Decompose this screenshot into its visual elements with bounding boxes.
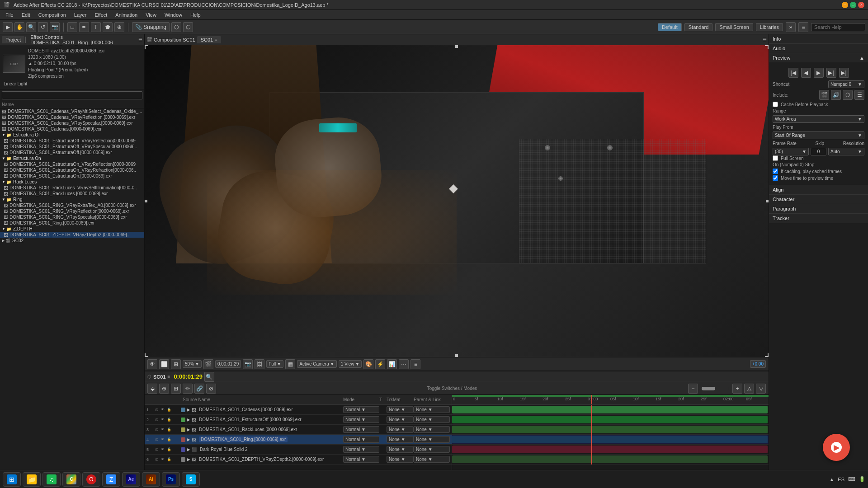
last-frame-button[interactable]: ▶| xyxy=(839,68,849,78)
tool-rotate[interactable]: ↺ xyxy=(38,22,48,32)
section-character-header[interactable]: Character xyxy=(769,195,868,204)
list-item[interactable]: 🖼 DOMESTIKA_SC01_RackLuces_VRaySelfIllum… xyxy=(0,185,144,191)
tool-extra1[interactable]: ⬡ xyxy=(171,22,181,32)
layer-lock[interactable]: 🔒 xyxy=(166,437,172,442)
menu-view[interactable]: View xyxy=(142,11,160,19)
cache-play-checkbox[interactable] xyxy=(773,169,778,174)
include-overdrive[interactable]: ⬡ xyxy=(843,90,853,100)
trkmat-dropdown[interactable]: None ▼ xyxy=(387,456,414,463)
trkmat-dropdown[interactable]: None ▼ xyxy=(387,436,414,443)
timeline-expand[interactable]: ⬡ xyxy=(147,374,151,379)
tool-hand[interactable]: ✋ xyxy=(14,22,24,32)
parent-dropdown[interactable]: None ▼ xyxy=(414,416,450,423)
mode-dropdown[interactable]: Normal ▼ xyxy=(343,416,379,423)
list-item[interactable]: 🖼 DOMESTIKA_SC01_RING_VRayExtraTex_A0.[0… xyxy=(0,202,144,208)
layer-lock[interactable]: 🔒 xyxy=(166,447,172,452)
vp-flow[interactable]: ⋯ xyxy=(399,359,409,369)
vp-grid[interactable]: ⊞ xyxy=(171,359,181,369)
mode-dropdown[interactable]: Normal ▼ xyxy=(343,456,379,463)
tool-puppet[interactable]: ⊕ xyxy=(114,22,124,32)
cache-before-checkbox[interactable] xyxy=(773,102,778,107)
workspace-small-screen[interactable]: Small Screen xyxy=(715,23,753,31)
vp-chart[interactable]: 📊 xyxy=(387,359,397,369)
move-time-checkbox[interactable] xyxy=(773,175,778,181)
tool-text[interactable]: T xyxy=(91,22,101,32)
tl-tool-2[interactable]: ⊕ xyxy=(159,384,169,394)
include-more[interactable]: ☰ xyxy=(854,90,864,100)
layer-triangle[interactable]: ▶ xyxy=(187,457,190,462)
list-item-folder[interactable]: ▼ 📁 Ring xyxy=(0,197,144,202)
list-item[interactable]: 🖼 DOMESTIKA_SC01_RackLuces.[0000-0069].e… xyxy=(0,191,144,197)
zoom-button[interactable]: Z xyxy=(102,472,120,487)
timeline-comp-menu[interactable]: ≡ xyxy=(168,374,170,379)
tab-project[interactable]: Project xyxy=(2,36,24,43)
list-item[interactable]: 🖼 DOMESTIKA_SC01_Cadenas_VRayMtlSelect_C… xyxy=(0,108,144,114)
parent-dropdown[interactable]: None ▼ xyxy=(414,426,450,433)
list-item-comp[interactable]: ▶ 🎬 SC02 xyxy=(0,238,144,244)
panel-menu[interactable]: ☰ xyxy=(138,37,142,42)
file-explorer-button[interactable]: 📁 xyxy=(23,472,41,487)
tool-camera[interactable]: 📷 xyxy=(50,22,60,32)
menu-composition[interactable]: Composition xyxy=(35,11,70,19)
list-item[interactable]: 🖼 DOMESTIKA_SC01_Cadenas.[0000-0069].exr xyxy=(0,126,144,132)
parent-dropdown[interactable]: None ▼ xyxy=(414,456,450,463)
mode-dropdown[interactable]: Normal ▼ xyxy=(343,446,379,453)
section-info-header[interactable]: Info xyxy=(769,34,868,43)
tool-pen[interactable]: ✒ xyxy=(79,22,89,32)
taskbar-notifications[interactable]: ▲ xyxy=(829,477,834,482)
workspace-default[interactable]: Default xyxy=(658,23,682,31)
list-item-selected[interactable]: 🖼 DOMESTIKA_SC01_ZDEPTH_VRayZDepth2.[000… xyxy=(0,232,144,238)
mode-dropdown[interactable]: Normal ▼ xyxy=(343,406,379,413)
skip-value[interactable]: 0 xyxy=(811,148,826,155)
trkmat-dropdown[interactable]: None ▼ xyxy=(387,426,414,433)
prev-frame-button[interactable]: ◀ xyxy=(801,68,811,78)
layer-triangle[interactable]: ▶ xyxy=(187,447,190,452)
vp-exposure[interactable]: +0.00 xyxy=(750,360,766,368)
layer-visible[interactable]: 👁 xyxy=(160,447,165,452)
timeline-current-time[interactable]: 0:00:01:29 xyxy=(174,373,203,380)
section-tracker-header[interactable]: Tracker xyxy=(769,214,868,223)
include-video[interactable]: 🎬 xyxy=(819,90,829,100)
workspace-standard[interactable]: Standard xyxy=(684,23,713,31)
menu-file[interactable]: File xyxy=(2,11,17,19)
tl-zoom-in[interactable]: + xyxy=(732,384,742,394)
record-button[interactable]: ▶ xyxy=(823,434,850,461)
workspace-settings[interactable]: ≡ xyxy=(798,22,808,32)
next-frame-button[interactable]: ▶| xyxy=(826,68,836,78)
parent-dropdown[interactable]: None ▼ xyxy=(414,406,450,413)
layer-lock[interactable]: 🔒 xyxy=(166,457,172,462)
vp-camera-dropdown[interactable]: Active Camera ▼ xyxy=(297,360,336,368)
tool-zoom[interactable]: 🔍 xyxy=(26,22,36,32)
tl-navigate-down[interactable]: ▽ xyxy=(756,384,766,394)
tool-extra2[interactable]: ⬡ xyxy=(183,22,193,32)
vp-timecode[interactable]: 0;00;01;29 xyxy=(215,360,241,368)
after-effects-button[interactable]: Ae xyxy=(122,472,140,487)
layer-visible[interactable]: 👁 xyxy=(160,437,165,442)
playhead[interactable] xyxy=(591,395,592,404)
frame-rate-dropdown[interactable]: (30) ▼ xyxy=(773,148,809,155)
tl-tool-4[interactable]: ✏ xyxy=(183,384,193,394)
include-audio[interactable]: 🔊 xyxy=(831,90,841,100)
list-item-folder[interactable]: ▼ 📁 Z.DEPTH xyxy=(0,226,144,232)
tab-effect-controls[interactable]: Effect Controls DOMESTIKA_SC01_Ring_[000… xyxy=(27,33,137,46)
close-button[interactable]: ✕ xyxy=(858,2,864,8)
mode-dropdown[interactable]: Normal ▼ xyxy=(343,436,379,443)
help-search[interactable] xyxy=(811,23,865,31)
layer-lock[interactable]: 🔒 xyxy=(166,427,172,432)
spotify-button[interactable]: ♫ xyxy=(42,472,61,487)
list-item[interactable]: 🖼 DOMESTIKA_SC01_RING_VRaySpecular[0000-… xyxy=(0,214,144,220)
section-paragraph-header[interactable]: Paragraph xyxy=(769,204,868,213)
vp-zoom-dropdown[interactable]: 50% ▼ xyxy=(183,360,202,368)
layer-lock[interactable]: 🔒 xyxy=(166,417,172,422)
layer-visible[interactable]: 👁 xyxy=(160,417,165,422)
list-item[interactable]: 🖼 DOMESTIKA_SC01_EstructuraOff_VRaySpecu… xyxy=(0,144,144,150)
layer-solo[interactable]: ◎ xyxy=(154,437,159,442)
time-ruler[interactable]: 0 5f 10f 15f 20f 25f 01:00 05f 10f 15f 2… xyxy=(452,395,769,405)
photoshop-button[interactable]: Ps xyxy=(162,472,180,487)
minimize-button[interactable]: ─ xyxy=(842,2,848,8)
vp-fast-preview[interactable]: ⚡ xyxy=(375,359,385,369)
layer-visible[interactable]: 👁 xyxy=(160,427,165,432)
comp-tab-close[interactable]: ≡ xyxy=(215,38,217,42)
menu-help[interactable]: Help xyxy=(187,11,204,19)
workspace-more[interactable]: » xyxy=(786,22,796,32)
